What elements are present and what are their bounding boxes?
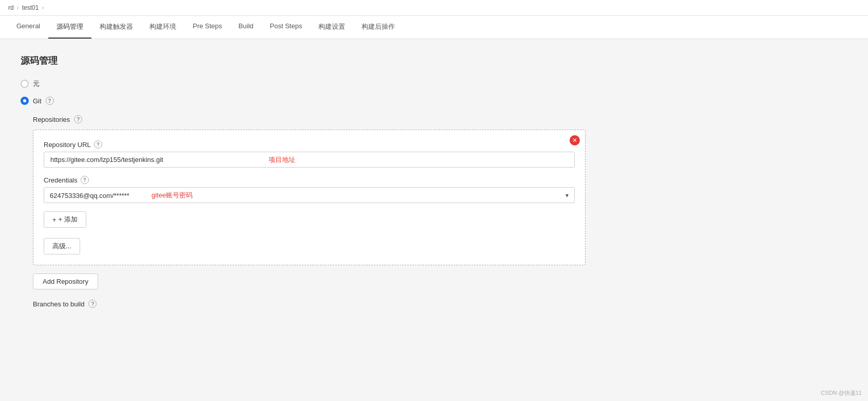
repo-card-close-button[interactable]: ✕ xyxy=(570,135,580,145)
repo-url-input[interactable] xyxy=(44,152,575,168)
tab-build-env[interactable]: 构建环境 xyxy=(141,16,184,39)
add-credential-label: + 添加 xyxy=(59,215,78,224)
repository-card: ✕ Repository URL ? 项目地址 Credentials ? xyxy=(33,130,586,265)
credentials-label-text: Credentials xyxy=(44,176,78,184)
add-credential-icon: + xyxy=(52,216,56,224)
branches-help-icon[interactable]: ? xyxy=(88,300,97,308)
repositories-label: Repositories xyxy=(33,116,70,123)
credentials-field-group: Credentials ? 624753336@qq.com/****** gi… xyxy=(44,176,575,203)
tab-general[interactable]: General xyxy=(8,16,48,39)
scm-radio-group: 元 Git ? xyxy=(21,79,847,105)
breadcrumb-separator-2: › xyxy=(42,4,44,11)
watermark: CSDN @快递11 xyxy=(821,389,862,397)
advanced-label: 高级... xyxy=(52,242,71,251)
radio-git[interactable]: Git ? xyxy=(21,97,847,105)
breadcrumb-separator: › xyxy=(17,4,19,11)
advanced-button[interactable]: 高级... xyxy=(44,238,80,254)
radio-none[interactable]: 元 xyxy=(21,79,847,88)
tab-build-triggers[interactable]: 构建触发器 xyxy=(91,16,141,39)
git-help-icon[interactable]: ? xyxy=(46,97,54,105)
tab-build[interactable]: Build xyxy=(230,16,261,39)
repo-url-label-text: Repository URL xyxy=(44,141,91,149)
credentials-field-label: Credentials ? xyxy=(44,176,575,184)
breadcrumb: rd › test01 › xyxy=(0,0,868,16)
branches-label: Branches to build xyxy=(33,300,84,308)
tab-build-settings[interactable]: 构建设置 xyxy=(310,16,353,39)
main-content: 源码管理 元 Git ? Repositories ? ✕ Repository… xyxy=(0,39,868,399)
tab-post-build[interactable]: 构建后操作 xyxy=(353,16,403,39)
repo-url-field-group: Repository URL ? 项目地址 xyxy=(44,140,575,168)
tabs-bar: General 源码管理 构建触发器 构建环境 Pre Steps Build … xyxy=(0,16,868,39)
credentials-help-icon[interactable]: ? xyxy=(81,176,89,184)
repo-url-field-label: Repository URL ? xyxy=(44,140,575,149)
radio-git-label: Git xyxy=(33,97,42,105)
repo-url-input-wrapper: 项目地址 xyxy=(44,152,575,168)
repositories-area: Repositories ? ✕ Repository URL ? 项目地址 xyxy=(21,115,586,308)
page-title: 源码管理 xyxy=(21,54,847,67)
repositories-help-icon[interactable]: ? xyxy=(74,115,82,123)
breadcrumb-item-test01[interactable]: test01 xyxy=(22,4,39,11)
credentials-select-wrapper: 624753336@qq.com/****** gitee账号密码 ▾ xyxy=(44,187,575,203)
repositories-header: Repositories ? xyxy=(33,115,586,123)
radio-none-circle xyxy=(21,80,29,88)
tab-post-steps[interactable]: Post Steps xyxy=(261,16,310,39)
tab-pre-steps[interactable]: Pre Steps xyxy=(184,16,230,39)
tab-source-management[interactable]: 源码管理 xyxy=(48,16,91,39)
add-credential-button[interactable]: + + 添加 xyxy=(44,211,86,228)
repo-url-help-icon[interactable]: ? xyxy=(94,140,102,149)
radio-none-label: 元 xyxy=(33,79,40,88)
advanced-button-wrapper: 高级... xyxy=(44,236,575,254)
add-repository-button[interactable]: Add Repository xyxy=(33,274,98,289)
radio-git-circle xyxy=(21,97,29,105)
breadcrumb-item-rd[interactable]: rd xyxy=(8,4,14,11)
branches-header: Branches to build ? xyxy=(33,300,586,308)
credentials-select[interactable] xyxy=(44,187,575,203)
